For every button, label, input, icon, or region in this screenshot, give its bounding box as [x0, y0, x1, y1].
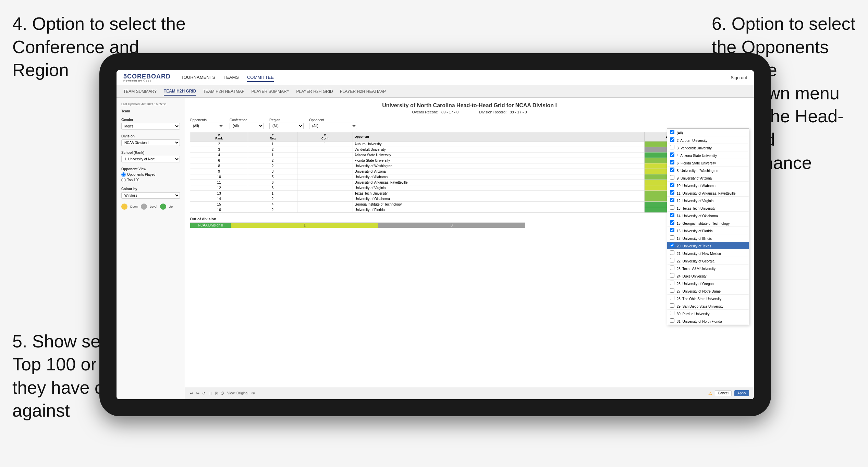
dropdown-item[interactable]: 2. Auburn University — [667, 136, 749, 144]
tablet-screen: 5COREBOARD Powered by ©ood TOURNAMENTS T… — [117, 70, 754, 399]
dropdown-item[interactable]: 18. University of Illinois — [667, 234, 749, 242]
cancel-button[interactable]: Cancel — [715, 390, 732, 396]
view-label: View: Original — [227, 391, 248, 395]
radio-top100[interactable]: Top 100 — [121, 178, 180, 182]
radio-opponents-played-label: Opponents Played — [127, 173, 155, 176]
opponents-filter-select[interactable]: (All) — [190, 123, 224, 129]
undo-icon[interactable]: ↩ — [190, 391, 193, 396]
conference-filter: Conference (All) — [230, 118, 264, 129]
nav-committee[interactable]: COMMITTEE — [247, 73, 274, 82]
conference-filter-select[interactable]: (All) — [230, 123, 264, 129]
pause-icon[interactable]: ⏸ — [208, 391, 212, 396]
cell-opponent: University of Arizona — [353, 169, 645, 174]
dropdown-item[interactable]: 20. University of Texas — [667, 242, 749, 249]
subnav-team-h2h-grid[interactable]: TEAM H2H GRID — [164, 87, 196, 96]
data-table: #Rank #Reg #Conf Opponent Win Loss 2 1 1… — [190, 132, 749, 213]
subnav-team-h2h-heatmap[interactable]: TEAM H2H HEATMAP — [203, 88, 244, 95]
dropdown-item[interactable]: 30. Purdue University — [667, 310, 749, 317]
dropdown-item[interactable]: 12. University of Virginia — [667, 197, 749, 204]
dropdown-item[interactable]: 9. University of Arizona — [667, 174, 749, 182]
colour-legend: Down Level Up — [121, 204, 180, 210]
table-row: 13 1 Texas Tech University 3 0 — [190, 191, 749, 196]
school-select[interactable]: 1. University of Nort... — [121, 156, 180, 162]
dropdown-item[interactable]: (All) — [667, 129, 749, 136]
cell-reg: 3 — [248, 185, 297, 191]
cell-rank: 4 — [190, 152, 248, 158]
colour-section: Colour by Win/loss — [121, 187, 180, 199]
gender-select[interactable]: Men's — [121, 123, 180, 130]
dropdown-item[interactable]: 22. University of Georgia — [667, 257, 749, 265]
division-select[interactable]: NCAA Division I — [121, 139, 180, 146]
last-updated: Last Updated: 4/7/2024 16:55:38 — [121, 102, 180, 106]
opponent-filter-select[interactable]: (All) — [309, 123, 357, 129]
subnav-team-summary[interactable]: TEAM SUMMARY — [123, 88, 157, 95]
legend-level-dot — [141, 204, 147, 210]
dropdown-item[interactable]: 3. Vanderbilt University — [667, 144, 749, 151]
bottom-toolbar: ↩ ↪ ↺ ⏸ ⎘ ⏱ View: Original 👁 ⚠ Cancel Ap… — [185, 387, 754, 399]
cell-conf — [297, 152, 353, 158]
cell-conf — [297, 169, 353, 174]
content-area: University of North Carolina Head-to-Hea… — [185, 98, 754, 399]
colour-select[interactable]: Win/loss — [121, 192, 180, 199]
table-row: 4 1 Arizona State University 5 1 — [190, 152, 749, 158]
radio-opponents-played[interactable]: Opponents Played — [121, 172, 180, 177]
table-row: 6 2 Florida State University 4 2 — [190, 158, 749, 163]
dropdown-item[interactable]: 24. Duke University — [667, 272, 749, 280]
opponent-dropdown[interactable]: (All) 2. Auburn University 3. Vanderbilt… — [667, 128, 749, 325]
eye-icon[interactable]: 👁 — [251, 391, 255, 396]
cell-reg: 2 — [248, 207, 297, 213]
cell-rank: 16 — [190, 207, 248, 213]
region-filter: Region (All) — [269, 118, 304, 129]
dropdown-item[interactable]: 8. University of Washington — [667, 167, 749, 174]
cell-reg: 1 — [248, 152, 297, 158]
dropdown-item[interactable]: 11. University of Arkansas, Fayetteville — [667, 189, 749, 197]
table-row: 14 2 University of Oklahoma 2 2 — [190, 196, 749, 202]
dropdown-item[interactable]: 31. University of North Florida — [667, 317, 749, 325]
dropdown-item[interactable]: 23. Texas A&M University — [667, 265, 749, 272]
redo-icon[interactable]: ↪ — [196, 391, 199, 396]
logo-sub: Powered by ©ood — [123, 79, 171, 82]
dropdown-item[interactable]: 6. Florida State University — [667, 159, 749, 167]
dropdown-item[interactable]: 21. University of New Mexico — [667, 249, 749, 257]
col-opponent: Opponent — [353, 132, 645, 142]
dropdown-item[interactable]: 15. Georgia Institute of Technology — [667, 219, 749, 227]
dropdown-item[interactable]: 4. Arizona State University — [667, 151, 749, 159]
clock-icon[interactable]: ⏱ — [220, 391, 224, 396]
cell-rank: 6 — [190, 158, 248, 163]
team-label: Team — [121, 109, 180, 113]
sub-nav: TEAM SUMMARY TEAM H2H GRID TEAM H2H HEAT… — [117, 85, 754, 98]
dropdown-item[interactable]: 25. University of Oregon — [667, 280, 749, 287]
nav-tournaments[interactable]: TOURNAMENTS — [181, 73, 215, 82]
cell-opponent: University of Florida — [353, 207, 645, 213]
cell-conf — [297, 196, 353, 202]
dropdown-item[interactable]: 29. San Diego State University — [667, 302, 749, 310]
nav-signout[interactable]: Sign out — [731, 75, 747, 80]
dropdown-item[interactable]: 28. The Ohio State University — [667, 295, 749, 302]
nav-bar: 5COREBOARD Powered by ©ood TOURNAMENTS T… — [117, 70, 754, 85]
subnav-player-summary[interactable]: PLAYER SUMMARY — [252, 88, 290, 95]
apply-button[interactable]: Apply — [734, 390, 749, 396]
cell-conf — [297, 202, 353, 207]
subnav-player-h2h-heatmap[interactable]: PLAYER H2H HEATMAP — [340, 88, 386, 95]
dropdown-item[interactable]: 13. Texas Tech University — [667, 204, 749, 212]
opponent-view-radios: Opponents Played Top 100 — [121, 172, 180, 182]
refresh-icon[interactable]: ↺ — [202, 391, 206, 396]
dropdown-item[interactable]: 10. University of Alabama — [667, 182, 749, 189]
out-division-table: NCAA Division II 1 0 — [190, 222, 525, 228]
dropdown-item[interactable]: 14. University of Oklahoma — [667, 212, 749, 219]
legend-level-label: Level — [150, 205, 157, 208]
dropdown-item[interactable]: 27. University of Notre Dame — [667, 287, 749, 295]
cell-reg: 4 — [248, 202, 297, 207]
copy-icon[interactable]: ⎘ — [215, 391, 218, 396]
dropdown-item[interactable]: 16. University of Florida — [667, 227, 749, 234]
nav-teams[interactable]: TEAMS — [223, 73, 239, 82]
division-record-value: 88 - 17 - 0 — [510, 110, 527, 114]
cell-opponent: University of Alabama — [353, 174, 645, 180]
region-filter-select[interactable]: (All) — [269, 123, 304, 129]
overall-record: Overall Record: 89 - 17 - 0 — [412, 110, 459, 114]
cell-opponent: Texas Tech University — [353, 191, 645, 196]
main-content: Last Updated: 4/7/2024 16:55:38 Team Gen… — [117, 98, 754, 399]
subnav-player-h2h-grid[interactable]: PLAYER H2H GRID — [296, 88, 333, 95]
cell-reg: 2 — [248, 158, 297, 163]
division-label: Division — [121, 134, 180, 138]
